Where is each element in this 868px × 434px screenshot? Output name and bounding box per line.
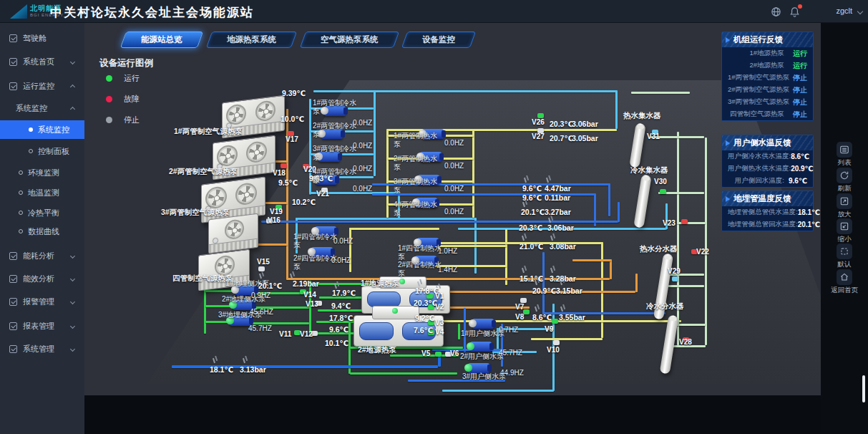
valve-marker[interactable] [537, 113, 544, 118]
valve-marker[interactable] [553, 340, 560, 345]
diagram-label: 0.0HZ [353, 185, 372, 193]
scrollbar[interactable] [862, 375, 865, 402]
sidebar-item-report-mgmt[interactable]: 报表管理 [0, 317, 84, 335]
diagram-label: 8.6℃ [532, 313, 552, 322]
tab-1[interactable]: 能源站总览 [120, 32, 203, 48]
valve-label: V31 [647, 132, 660, 140]
diagram-label: 0.0HZ [353, 119, 372, 127]
valve-marker[interactable] [281, 163, 287, 168]
valve-label: V15 [257, 258, 270, 266]
page-title: 中关村论坛永久会址主会场能源站 [50, 4, 254, 21]
card-row-value: 20.1℃ [798, 221, 821, 228]
diagram-label: 9.5℃ [278, 178, 298, 187]
toolbar-home-button[interactable]: 返回首页 [821, 269, 868, 294]
sidebar-item-energy-use[interactable]: 能耗分析 [0, 246, 84, 265]
sidebar-item-env-monitor[interactable]: 环境监测 [0, 163, 84, 182]
diagram-label: 18.1℃ [210, 365, 233, 374]
notification-badge [798, 4, 802, 9]
valve-marker[interactable] [552, 319, 558, 324]
water-pump[interactable] [470, 342, 492, 352]
diagram-label: 3.28bar [550, 274, 576, 283]
diagram-label: 0.0HZ [444, 162, 464, 170]
water-collector[interactable] [629, 122, 646, 168]
sidebar-item-heat-balance[interactable]: 冷热平衡 [0, 203, 84, 222]
pipe [296, 218, 476, 220]
diagram-label: 0.9HZ [251, 291, 270, 299]
valve-marker[interactable] [258, 266, 265, 271]
sensor-icon [550, 268, 553, 273]
valve-marker[interactable] [523, 309, 530, 314]
valve-marker[interactable] [672, 276, 678, 281]
sidebar-item-run-monitor[interactable]: 运行监控 [0, 77, 84, 95]
sidebar-item-alarm-mgmt[interactable]: 报警管理 [0, 292, 84, 311]
toolbar-reset-button[interactable]: 默认 [821, 243, 868, 269]
card-row: 2#两管制空气源热泵停止 [722, 84, 813, 96]
tab-3[interactable]: 空气源热泵系统 [299, 32, 399, 48]
air-source-heat-pump-unit[interactable] [208, 213, 258, 254]
fan-icon [235, 182, 257, 206]
status-dot [106, 117, 112, 123]
sidebar-item-dashboard[interactable]: 驾驶舱 [0, 29, 84, 47]
globe-icon[interactable] [770, 6, 782, 18]
pipe [349, 228, 351, 272]
diagram-label: 20.9℃ [532, 286, 556, 295]
bullet-icon [19, 170, 23, 175]
pipe [505, 229, 507, 285]
diagram-label: 9.6℃ [522, 184, 542, 193]
valve-marker[interactable] [520, 298, 527, 303]
valve-marker[interactable] [660, 189, 666, 194]
tab-4[interactable]: 设备监控 [401, 32, 476, 48]
notification-bell-icon[interactable] [789, 6, 801, 18]
list-icon [837, 142, 852, 158]
valve-label: V27 [532, 132, 545, 140]
valve-label: V21 [316, 190, 329, 198]
diagram-label: 9.4℃ [331, 302, 351, 310]
diagram-label: 1#用户侧水泵 [461, 329, 504, 339]
water-collector[interactable] [633, 174, 651, 228]
header: 北明能源 BGI ENERGY 中关村论坛永久会址主会场能源站 zgclt [0, 0, 868, 23]
sidebar-item-label: 控制面板 [38, 146, 69, 157]
sidebar-item-system-mgmt[interactable]: 系统管理 [0, 339, 84, 358]
sidebar-item-sys-monitor-group[interactable]: 系统监控 [0, 99, 84, 117]
bullet-icon [29, 149, 33, 153]
pipe [204, 288, 206, 334]
fan-icon [255, 100, 275, 122]
diagram-label: 20.1℃ [521, 208, 545, 216]
card-row-value: 运行 [784, 49, 807, 59]
toolbar-label: 列表 [821, 159, 868, 167]
sidebar-item-control-panel[interactable]: 控制面板 [0, 142, 84, 160]
valve-marker[interactable] [681, 219, 688, 224]
sensor-icon [522, 268, 525, 273]
unit-status-dot [213, 238, 218, 243]
pipe [705, 138, 707, 345]
pipe [437, 180, 474, 183]
valve-marker[interactable] [435, 352, 442, 357]
sidebar-item-sys-monitor[interactable]: 系统监控 [0, 120, 84, 139]
pipe [542, 252, 545, 314]
user-menu[interactable]: zgclt [836, 6, 852, 15]
menu-icon [9, 82, 17, 90]
sidebar-item-ground-temp[interactable]: 地温监测 [0, 183, 84, 202]
pipe [261, 221, 619, 223]
toolbar-list-button[interactable]: 列表 [821, 142, 868, 167]
pipe [428, 242, 603, 244]
card-row-value: 停止 [784, 110, 807, 120]
toolbar-zoom-in-button[interactable]: 放大 [821, 193, 868, 218]
water-collector[interactable] [660, 314, 679, 374]
unit-status-dot [399, 279, 405, 284]
valve-label: V22 [696, 248, 709, 256]
toolbar-label: 刷新 [821, 185, 868, 193]
sidebar-item-data-curve[interactable]: 数据曲线 [0, 222, 84, 241]
card-row-label: 1#两管制空气源热泵 [728, 73, 790, 82]
pipe [531, 338, 603, 340]
toolbar-refresh-button[interactable]: 刷新 [821, 168, 868, 193]
toolbar-zoom-out-button[interactable]: 缩小 [821, 218, 868, 243]
chevron-down-icon [70, 346, 75, 351]
water-pump[interactable] [472, 319, 494, 329]
sensor-icon [560, 307, 563, 312]
sidebar-item-home[interactable]: 系统首页 [0, 52, 84, 71]
valve-label: V5 [421, 349, 430, 357]
fan-icon [246, 140, 267, 164]
sidebar-item-energy-eff[interactable]: 能效分析 [0, 269, 84, 288]
tab-2[interactable]: 地源热泵系统 [205, 32, 296, 48]
